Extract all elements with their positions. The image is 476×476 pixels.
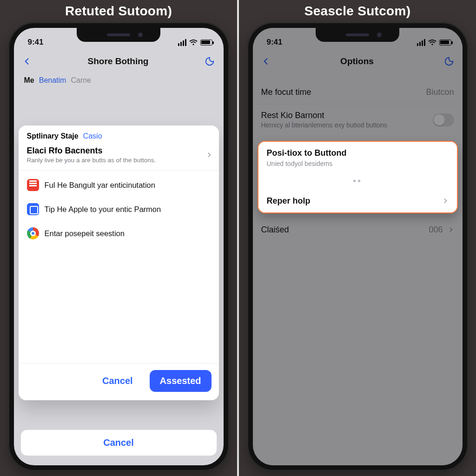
toggle-switch[interactable] xyxy=(433,113,454,126)
notch xyxy=(77,28,160,42)
chevron-left-icon xyxy=(261,57,271,66)
settings-group-top: Me focut time Biutcon Rest Kio Barnont H… xyxy=(253,81,463,135)
row-label: Rest Kio Barnont xyxy=(261,111,388,120)
sheet-confirm-button[interactable]: Assested xyxy=(150,370,212,392)
bottom-cancel-button[interactable]: Cancel xyxy=(20,430,217,456)
sheet-option-label: Tip He Apple to your entic Parmon xyxy=(45,205,161,214)
highlight-header-row[interactable]: Posi-tiox to Buttond Unied todyol beside… xyxy=(258,142,457,174)
sheet-lead-row[interactable]: Elaci Rfo Bacnents Ranly live be you a a… xyxy=(19,143,219,171)
phone-frame-right: 9:41 Options xyxy=(247,22,468,471)
sheet-option-label: Entar posepeit seestion xyxy=(45,229,125,238)
row-subtitle: Hernicy al bterianlemens exy butiod butt… xyxy=(261,121,388,129)
wifi-icon xyxy=(428,39,436,46)
row-label: Claiśed xyxy=(261,225,289,235)
row-value: 006 xyxy=(429,225,443,235)
caption-left: Retuted Sutoom) xyxy=(65,4,172,19)
row-value: Biutcon xyxy=(426,87,454,97)
sheet-option[interactable]: Entar posepeit seestion xyxy=(24,224,213,243)
chevron-right-icon xyxy=(206,150,212,160)
nav-title: Options xyxy=(340,56,374,66)
sheet-lead-title: Elaci Rfo Bacnents xyxy=(27,146,156,156)
sheet-header: Sptlinary Staje Casio xyxy=(19,126,219,143)
sheet-cancel-button[interactable]: Cancel xyxy=(92,370,143,392)
setting-row-focus[interactable]: Me focut time Biutcon xyxy=(253,81,463,104)
sheet-title: Sptlinary Staje xyxy=(27,132,79,140)
phone-frame-left: 9:41 Shore Bothing xyxy=(8,22,229,471)
chrome-icon xyxy=(27,227,39,239)
highlight-title: Posi-tiox to Buttond xyxy=(267,148,347,158)
highlight-help-label: Reper holp xyxy=(267,196,311,206)
nav-action-button[interactable] xyxy=(444,56,454,66)
sheet-option[interactable]: Ful He Bangult yar enticinutation xyxy=(24,175,213,195)
sheet-footer: Cancel Assested xyxy=(19,363,219,400)
notch xyxy=(316,28,399,42)
action-sheet: Sptlinary Staje Casio Elaci Rfo Bacnents… xyxy=(19,126,219,400)
cellular-icon xyxy=(417,39,425,46)
back-button[interactable] xyxy=(261,57,271,66)
chevron-right-icon xyxy=(442,196,449,206)
sheet-lead-sub: Ranly live be you a are butts as of the … xyxy=(27,157,156,164)
nav-bar: Options xyxy=(253,50,463,73)
app-icon-1 xyxy=(27,179,39,191)
page-dots: •• xyxy=(258,174,457,189)
moon-icon xyxy=(444,56,454,66)
highlight-subtitle: Unied todyol besidems xyxy=(267,160,333,167)
row-label: Me focut time xyxy=(261,87,311,97)
sheet-option[interactable]: Tip He Apple to your entic Parmon xyxy=(24,199,213,219)
battery-icon xyxy=(439,40,451,46)
chevron-right-icon xyxy=(448,225,454,235)
sheet-option-label: Ful He Bangult yar enticinutation xyxy=(45,181,155,190)
sheet-options: Ful He Bangult yar enticinutation Tip He… xyxy=(19,171,219,248)
settings-group-bottom: Claiśed 006 xyxy=(253,218,463,241)
caption-right: Seascle Sutcom) xyxy=(304,4,411,19)
setting-row-claised[interactable]: Claiśed 006 xyxy=(253,218,463,241)
highlighted-card: Posi-tiox to Buttond Unied todyol beside… xyxy=(258,141,458,213)
app-icon-2 xyxy=(27,203,39,215)
sheet-subtitle[interactable]: Casio xyxy=(83,132,102,140)
setting-row-rest[interactable]: Rest Kio Barnont Hernicy al bterianlemen… xyxy=(253,104,463,135)
highlight-help-row[interactable]: Reper holp xyxy=(258,189,457,212)
status-time: 9:41 xyxy=(267,38,283,47)
